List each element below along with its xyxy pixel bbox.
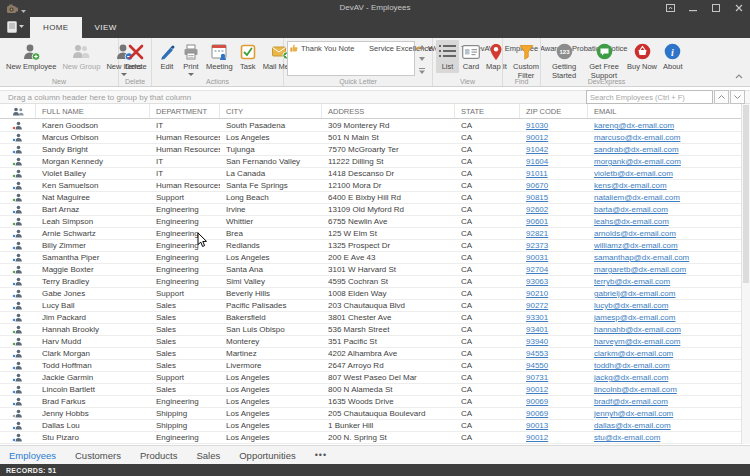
- cell-department[interactable]: Human Resources: [150, 144, 220, 155]
- cell-full-name[interactable]: Ken Samuelson: [36, 180, 150, 191]
- print-button[interactable]: Print: [179, 40, 203, 77]
- cell-state[interactable]: CA: [455, 420, 520, 431]
- cell-full-name[interactable]: Jim Packard: [36, 312, 150, 323]
- cell-zip-link[interactable]: 92602: [520, 204, 588, 215]
- cell-zip-link[interactable]: 90069: [520, 396, 588, 407]
- cell-email-link[interactable]: williamz@dx-email.com: [588, 240, 741, 251]
- cell-city[interactable]: Monterey: [220, 336, 322, 347]
- cell-email-link[interactable]: samanthap@dx-email.com: [588, 252, 741, 263]
- cell-city[interactable]: Irvine: [220, 204, 322, 215]
- cell-email-link[interactable]: leahs@dx-email.com: [588, 216, 741, 227]
- table-row[interactable]: Ken Samuelson Human Resources Santa Fe S…: [0, 180, 741, 192]
- module-tab-opportunities[interactable]: Opportunities: [239, 450, 296, 461]
- cell-zip-link[interactable]: 90601: [520, 216, 588, 227]
- cell-full-name[interactable]: Hannah Brookly: [36, 324, 150, 335]
- cell-address[interactable]: 12100 Mora Dr: [322, 180, 455, 191]
- cell-department[interactable]: Engineering: [150, 396, 220, 407]
- cell-zip-link[interactable]: 90069: [520, 408, 588, 419]
- cell-full-name[interactable]: Gabe Jones: [36, 288, 150, 299]
- collapse-ribbon-button[interactable]: [735, 65, 743, 83]
- cell-city[interactable]: Simi Valley: [220, 276, 322, 287]
- cell-address[interactable]: 1418 Descanso Dr: [322, 168, 455, 179]
- cell-department[interactable]: Engineering: [150, 240, 220, 251]
- table-row[interactable]: Arnie Schwartz Engineering Brea 125 W El…: [0, 228, 741, 240]
- cell-full-name[interactable]: Arnie Schwartz: [36, 228, 150, 239]
- cell-department[interactable]: Support: [150, 372, 220, 383]
- cell-city[interactable]: Martinez: [220, 348, 322, 359]
- cell-city[interactable]: Livermore: [220, 360, 322, 371]
- cell-state[interactable]: CA: [455, 180, 520, 191]
- tab-view[interactable]: VIEW: [82, 17, 130, 38]
- search-next-button[interactable]: [730, 90, 745, 104]
- cell-full-name[interactable]: Stu Pizaro: [36, 432, 150, 443]
- cell-state[interactable]: CA: [455, 168, 520, 179]
- cell-zip-link[interactable]: 92373: [520, 240, 588, 251]
- cell-email-link[interactable]: jackg@dx-email.com: [588, 372, 741, 383]
- cell-address[interactable]: 800 N Alameda St: [322, 384, 455, 395]
- cell-address[interactable]: 6755 Newlin Ave: [322, 216, 455, 227]
- cell-city[interactable]: Los Angeles: [220, 372, 322, 383]
- cell-city[interactable]: San Luis Obispo: [220, 324, 322, 335]
- cell-zip-link[interactable]: 90012: [520, 132, 588, 143]
- cell-full-name[interactable]: Maggie Boxter: [36, 264, 150, 275]
- cell-zip-link[interactable]: 90731: [520, 372, 588, 383]
- cell-address[interactable]: 13109 Old Myford Rd: [322, 204, 455, 215]
- table-row[interactable]: Nat Maguiree Support Long Beach 6400 E B…: [0, 192, 741, 204]
- table-row[interactable]: Sandy Bright Human Resources Tujunga 757…: [0, 144, 741, 156]
- task-button[interactable]: Task: [236, 40, 260, 73]
- cell-state[interactable]: CA: [455, 204, 520, 215]
- search-input[interactable]: [586, 90, 713, 104]
- cell-email-link[interactable]: stu@dx-email.com: [588, 432, 741, 443]
- cell-zip-link[interactable]: 90272: [520, 300, 588, 311]
- ribbon-display-options-button[interactable]: [665, 3, 675, 13]
- cell-full-name[interactable]: Dallas Lou: [36, 420, 150, 431]
- cell-state[interactable]: CA: [455, 288, 520, 299]
- cell-department[interactable]: Human Resources: [150, 132, 220, 143]
- cell-department[interactable]: Engineering: [150, 264, 220, 275]
- cell-department[interactable]: Engineering: [150, 216, 220, 227]
- delete-button[interactable]: Delete: [122, 40, 150, 73]
- cell-full-name[interactable]: Sandy Bright: [36, 144, 150, 155]
- cell-city[interactable]: Los Angeles: [220, 408, 322, 419]
- cell-email-link[interactable]: terryb@dx-email.com: [588, 276, 741, 287]
- cell-city[interactable]: South Pasadena: [220, 120, 322, 131]
- edit-button[interactable]: Edit: [155, 40, 179, 73]
- cell-email-link[interactable]: marcuso@dx-email.com: [588, 132, 741, 143]
- cell-state[interactable]: CA: [455, 192, 520, 203]
- cell-full-name[interactable]: Jackie Garmin: [36, 372, 150, 383]
- minimize-button[interactable]: [688, 3, 698, 13]
- cell-address[interactable]: 1008 Elden Way: [322, 288, 455, 299]
- gallery-item-service-excellence[interactable]: Service Excellence: [366, 43, 416, 54]
- cell-email-link[interactable]: margaretb@dx-email.com: [588, 264, 741, 275]
- table-row[interactable]: Bart Arnaz Engineering Irvine 13109 Old …: [0, 204, 741, 216]
- cell-department[interactable]: Shipping: [150, 408, 220, 419]
- module-tab-employees[interactable]: Employees: [9, 450, 56, 461]
- cell-email-link[interactable]: arnolds@dx-email.com: [588, 228, 741, 239]
- cell-state[interactable]: CA: [455, 156, 520, 167]
- table-row[interactable]: Morgan Kennedy IT San Fernando Valley 11…: [0, 156, 741, 168]
- cell-city[interactable]: Los Angeles: [220, 432, 322, 443]
- cell-zip-link[interactable]: 93063: [520, 276, 588, 287]
- cell-department[interactable]: Support: [150, 192, 220, 203]
- cell-department[interactable]: IT: [150, 120, 220, 131]
- cell-department[interactable]: Sales: [150, 348, 220, 359]
- column-header-zip-code[interactable]: ZIP CODE: [520, 104, 588, 118]
- cell-zip-link[interactable]: 94553: [520, 348, 588, 359]
- cell-state[interactable]: CA: [455, 408, 520, 419]
- cell-state[interactable]: CA: [455, 396, 520, 407]
- cell-email-link[interactable]: toddh@dx-email.com: [588, 360, 741, 371]
- cell-email-link[interactable]: jennyh@dx-email.com: [588, 408, 741, 419]
- cell-full-name[interactable]: Nat Maguiree: [36, 192, 150, 203]
- table-row[interactable]: Jim Packard Sales Bakersfield 3801 Chest…: [0, 312, 741, 324]
- cell-zip-link[interactable]: 90210: [520, 288, 588, 299]
- buy-now-button[interactable]: Buy Now: [624, 40, 660, 73]
- cell-address[interactable]: 2647 Arroyo Rd: [322, 360, 455, 371]
- cell-city[interactable]: La Canada: [220, 168, 322, 179]
- cell-full-name[interactable]: Billy Zimmer: [36, 240, 150, 251]
- cell-department[interactable]: Engineering: [150, 432, 220, 443]
- cell-department[interactable]: Engineering: [150, 252, 220, 263]
- cell-department[interactable]: Engineering: [150, 276, 220, 287]
- cell-email-link[interactable]: hannahb@dx-email.com: [588, 324, 741, 335]
- close-button[interactable]: [734, 3, 744, 13]
- table-row[interactable]: Harv Mudd Sales Monterey 351 Pacific St …: [0, 336, 741, 348]
